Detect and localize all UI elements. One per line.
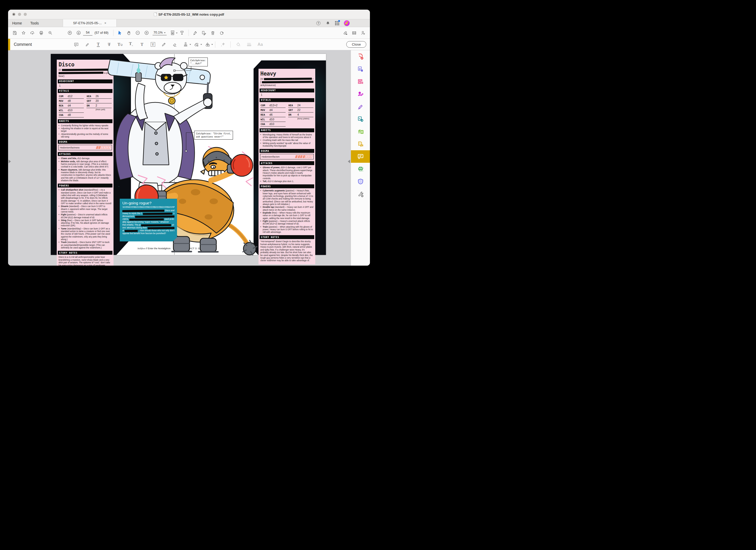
email-icon[interactable]	[350, 28, 358, 37]
story-notes-text: “Hot-tempered” doesn’t begin to describe…	[260, 240, 313, 262]
vitals-row: GRT22	[288, 108, 313, 112]
rogue-box-redacted-text: Disco andHeavy to rejoin the Csdenouemen…	[122, 209, 174, 235]
strikethrough-text-icon[interactable]: T	[105, 40, 113, 49]
window-title-text: SF-ETN-2025-05-12_WM notes copy.pdf	[158, 12, 224, 16]
chevron-down-icon[interactable]	[190, 44, 191, 46]
scrolling-mode-icon[interactable]	[178, 28, 186, 37]
dogma-meter	[295, 155, 312, 158]
sidebar-tool-send-pdf[interactable]	[351, 113, 370, 125]
save-icon[interactable]	[10, 28, 19, 37]
power-item: Cybernetic augments (passive) – Heavy’s …	[260, 189, 313, 205]
pin-icon[interactable]	[219, 40, 227, 49]
power-item: Disarm (standard) – Disco can burn 5 GRT…	[59, 205, 112, 213]
insert-text-icon[interactable]: T^	[127, 40, 135, 49]
previous-page-icon[interactable]	[65, 28, 74, 37]
underline-text-icon[interactable]: T	[94, 40, 102, 49]
document-tab[interactable]: SF-ETN-2025-05-... ×	[63, 19, 117, 27]
text-comment-icon[interactable]: T🗨	[116, 40, 124, 49]
section-header-vitals: VITALS	[58, 89, 112, 93]
catchphrase-callout-heavy: Catchphrase: “Strike first,ask questions…	[194, 131, 233, 139]
add-person-icon[interactable]	[358, 28, 367, 37]
redaction-bar	[135, 215, 174, 218]
font-options-icon[interactable]: Aa	[256, 40, 264, 49]
headcount-value: 1	[59, 84, 112, 87]
catchphrase-callout-disco: Catchphrase:"...Huh?"	[188, 58, 208, 66]
zoom-level-control[interactable]: 70.1%	[153, 30, 167, 35]
draw-pencil-icon[interactable]	[160, 40, 168, 49]
chevron-down-icon[interactable]	[211, 44, 213, 46]
hand-tool-icon[interactable]	[124, 28, 133, 37]
delete-trash-icon[interactable]	[209, 28, 217, 37]
line-weight-icon[interactable]	[245, 40, 253, 49]
page-number-input[interactable]	[83, 30, 92, 36]
attack-item: Gloves of power, d20+2 damage, cost 2 GR…	[260, 166, 313, 180]
tab-tools[interactable]: Tools	[26, 19, 43, 27]
redaction-bar	[59, 72, 103, 74]
sidebar-tool-create-pdf[interactable]	[351, 50, 370, 63]
account-avatar[interactable]	[344, 20, 350, 26]
select-tool-cursor-icon[interactable]	[116, 28, 124, 37]
vitals-row: COMd12	[59, 94, 84, 99]
section-header-powers: POWERS	[260, 184, 314, 188]
attach-file-icon[interactable]	[192, 40, 201, 49]
sidebar-tool-more-tools[interactable]	[351, 188, 370, 200]
power-item: Tame (standard/day) – Disco can burn 2 G…	[59, 227, 112, 241]
sidebar-tool-fill-and-sign[interactable]	[351, 100, 370, 113]
habit-item: Crushing trash with his mace-like tail	[260, 139, 313, 141]
zoom-out-icon[interactable]	[133, 28, 142, 37]
sidebar-tool-export-pdf[interactable]	[351, 63, 370, 75]
eraser-icon[interactable]	[171, 40, 179, 49]
dogma-text: Hedonism/laziness	[60, 146, 80, 149]
search-icon[interactable]	[46, 28, 54, 37]
close-comment-button[interactable]: Close	[346, 41, 366, 48]
close-window-button[interactable]	[12, 13, 15, 16]
minimize-window-button[interactable]	[18, 13, 21, 16]
left-panel-expand-icon[interactable]	[9, 160, 13, 163]
disco-stat-block: Disco (Da polarbear) HEADCOUNT 1 VITALS …	[57, 60, 114, 265]
zoom-window-button[interactable]	[24, 13, 27, 16]
document-viewport[interactable]: Disco (Da polarbear) HEADCOUNT 1 VITALS …	[8, 50, 351, 265]
sidebar-tool-request-e-signatures[interactable]	[351, 88, 370, 100]
star-favorite-icon[interactable]	[19, 28, 28, 37]
right-panel-collapse-icon[interactable]	[346, 160, 350, 163]
print-icon[interactable]	[37, 28, 46, 37]
share-link-icon[interactable]	[341, 28, 350, 37]
page-count-label: (57 of 69)	[95, 31, 109, 35]
section-header-dogma: DOGMA	[260, 149, 314, 153]
sidebar-tool-protect[interactable]	[351, 175, 370, 188]
next-page-icon[interactable]	[74, 28, 83, 37]
redaction-bar	[143, 212, 173, 215]
text-box-icon[interactable]: T	[149, 40, 157, 49]
sidebar-tool-compare-files[interactable]	[351, 138, 370, 150]
sign-pen-icon[interactable]	[191, 28, 200, 37]
sidebar-tool-scan-ocr[interactable]	[351, 125, 370, 138]
rotate-icon[interactable]	[217, 28, 226, 37]
tab-close-icon[interactable]: ×	[104, 21, 106, 25]
shapes-icon[interactable]	[203, 40, 212, 49]
edit-pdf-icon[interactable]	[200, 28, 209, 37]
sidebar-tool-comment-active[interactable]	[351, 150, 370, 163]
chevron-down-icon[interactable]	[200, 44, 202, 46]
comment-toolbar: Comment T T T🗨 T^ T T Aa Close	[8, 39, 370, 50]
power-item: Fight (passive) – Disco’s unarmed attack…	[59, 213, 112, 219]
attack-item: Molotov soda, 4d6 damage plus area of ef…	[59, 160, 112, 168]
character-subtitle-redacted: (Da polarbear)	[59, 68, 112, 78]
redaction-bar	[122, 210, 164, 212]
fit-width-icon[interactable]	[168, 28, 177, 37]
cloud-upload-icon[interactable]	[28, 28, 37, 37]
add-text-icon[interactable]: T	[138, 40, 146, 49]
help-icon[interactable]: ?	[316, 21, 320, 25]
habit-item: Constantly flicking his lighter while He…	[59, 124, 112, 127]
highlighter-icon[interactable]	[83, 40, 91, 49]
sidebar-tool-print-production[interactable]	[351, 163, 370, 175]
app-grid-icon[interactable]	[335, 21, 339, 25]
tab-home[interactable]: Home	[8, 19, 26, 27]
sticky-note-icon[interactable]	[72, 40, 80, 49]
sidebar-tool-organize-pages[interactable]	[351, 75, 370, 88]
footer-right: ACT 3: GETTING EVEN	[190, 247, 216, 250]
stamp-icon[interactable]	[181, 40, 190, 49]
notifications-bell-icon[interactable]	[325, 21, 330, 26]
zoom-in-icon[interactable]	[142, 28, 151, 37]
redaction-bar	[262, 81, 313, 83]
fill-color-icon[interactable]	[234, 40, 242, 49]
